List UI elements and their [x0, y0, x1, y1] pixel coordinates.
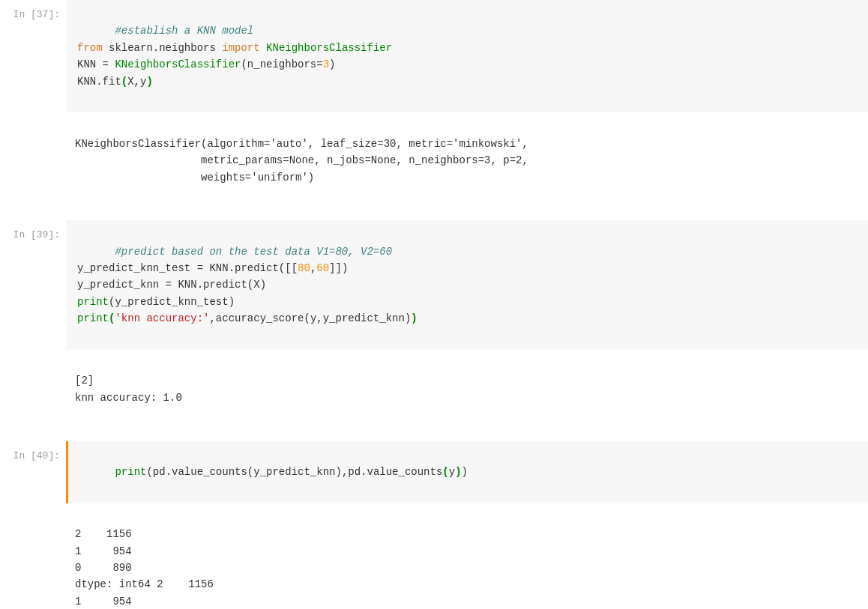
- cell-39-input[interactable]: In [39]: #predict based on the test data…: [0, 220, 868, 350]
- knn-init-line: KNN = KNeighborsClassifier(n_neighbors=3…: [77, 58, 335, 70]
- output-knn-classifier: KNeighborsClassifier(algorithm='auto', l…: [75, 138, 528, 184]
- cell-40-output: 2 1156 1 954 0 890 dtype: int64 2 1156 1…: [0, 503, 868, 609]
- cell-40-input[interactable]: In [40]: print(pd.value_counts(y_predict…: [0, 441, 868, 503]
- comment-establish-knn: #establish a KNN model: [115, 25, 253, 37]
- cell-39-code[interactable]: #predict based on the test data V1=80, V…: [66, 220, 868, 350]
- gap-2: [0, 429, 868, 441]
- cell-40-output-content: 2 1156 1 954 0 890 dtype: int64 2 1156 1…: [66, 503, 868, 609]
- cell-37-output: KNeighborsClassifier(algorithm='auto', l…: [0, 112, 868, 208]
- cell-37-output-content: KNeighborsClassifier(algorithm='auto', l…: [66, 112, 868, 208]
- notebook: In [37]: #establish a KNN model from skl…: [0, 0, 868, 609]
- cell-40-output-gutter: [0, 503, 66, 609]
- cell-37-input[interactable]: In [37]: #establish a KNN model from skl…: [0, 0, 868, 112]
- print-value-counts-line: print(pd.value_counts(y_predict_knn),pd.…: [115, 466, 468, 478]
- cell-37-output-gutter: [0, 112, 66, 208]
- print-accuracy-line: print('knn accuracy:',accuracy_score(y,y…: [77, 312, 418, 324]
- comment-predict: #predict based on the test data V1=80, V…: [115, 246, 392, 258]
- gap-1: [0, 208, 868, 220]
- cell-40-code[interactable]: print(pd.value_counts(y_predict_knn),pd.…: [66, 441, 868, 503]
- predict-knn-line: y_predict_knn = KNN.predict(X): [77, 279, 266, 291]
- cell-39-output-content: [2] knn accuracy: 1.0: [66, 350, 868, 429]
- cell-39-label: In [39]:: [0, 220, 66, 350]
- cell-40-label: In [40]:: [0, 441, 66, 503]
- import-line: from sklearn.neighbors import KNeighbors…: [77, 42, 392, 54]
- cell-39-output-gutter: [0, 350, 66, 429]
- predict-test-line: y_predict_knn_test = KNN.predict([[80,60…: [77, 262, 348, 274]
- output-prediction-result: [2] knn accuracy: 1.0: [75, 375, 182, 403]
- output-value-counts: 2 1156 1 954 0 890 dtype: int64 2 1156 1…: [75, 528, 238, 609]
- cell-39-output: [2] knn accuracy: 1.0: [0, 350, 868, 429]
- cell-37-code[interactable]: #establish a KNN model from sklearn.neig…: [66, 0, 868, 112]
- cell-37-label: In [37]:: [0, 0, 66, 112]
- knn-fit-line: KNN.fit(X,y): [77, 76, 153, 88]
- print-test-line: print(y_predict_knn_test): [77, 296, 235, 308]
